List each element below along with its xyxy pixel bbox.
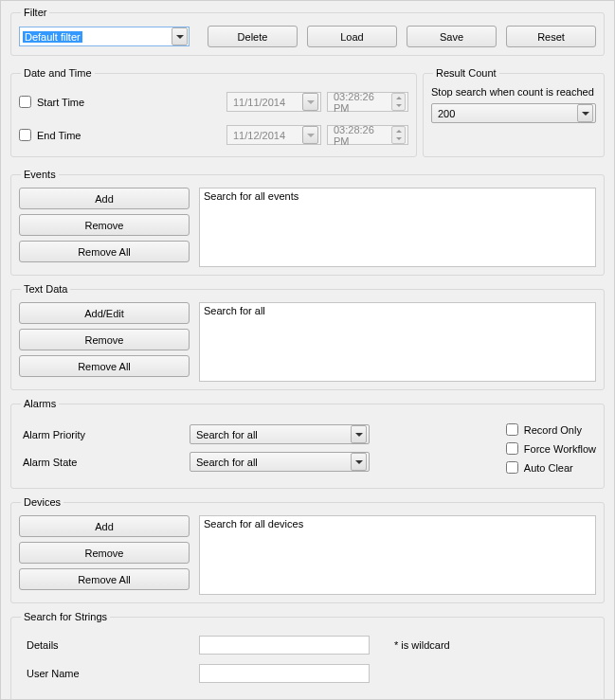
chevron-down-icon[interactable]	[577, 104, 593, 122]
alarms-legend: Alarms	[21, 398, 59, 409]
events-group: Events Add Remove Remove All Search for …	[10, 169, 605, 276]
filter-group: Filter Default filter Delete Load Save R…	[10, 7, 605, 56]
datetime-legend: Date and Time	[21, 67, 95, 79]
chevron-down-icon	[302, 93, 318, 111]
filter-dialog: Filter Default filter Delete Load Save R…	[0, 0, 615, 700]
spinner-icon	[391, 126, 406, 144]
delete-button[interactable]: Delete	[208, 26, 298, 47]
datetime-group: Date and Time Start Time 11/11/2014 03:2…	[10, 67, 417, 157]
textdata-legend: Text Data	[21, 283, 70, 295]
result-count-legend: Result Count	[433, 67, 499, 79]
events-listbox[interactable]: Search for all events	[199, 188, 596, 267]
events-legend: Events	[21, 169, 59, 180]
chevron-down-icon[interactable]	[351, 453, 367, 471]
auto-clear-checkbox[interactable]	[506, 461, 518, 474]
details-input[interactable]	[199, 636, 370, 655]
username-input[interactable]	[199, 664, 370, 683]
reset-button[interactable]: Reset	[506, 26, 596, 47]
list-item: Search for all events	[204, 190, 298, 202]
devices-remove-button[interactable]: Remove	[19, 542, 190, 564]
list-item: Search for all devices	[204, 518, 303, 529]
alarm-state-label: Alarm State	[19, 457, 190, 468]
textdata-remove-button[interactable]: Remove	[19, 329, 190, 350]
save-button[interactable]: Save	[407, 26, 497, 47]
username-label: User Name	[19, 668, 199, 679]
chevron-down-icon[interactable]	[172, 27, 188, 45]
alarm-priority-label: Alarm Priority	[19, 429, 190, 440]
end-time-checkbox[interactable]	[19, 129, 31, 141]
end-date-picker[interactable]: 11/12/2014	[226, 125, 321, 145]
textdata-listbox[interactable]: Search for all	[199, 302, 596, 382]
force-workflow-checkbox[interactable]	[506, 442, 518, 455]
end-time-label: End Time	[37, 130, 81, 141]
result-count-text: Stop search when count is reached	[431, 86, 596, 98]
end-time-check-row: End Time	[19, 129, 226, 141]
details-label: Details	[19, 639, 199, 651]
filter-select[interactable]: Default filter	[19, 27, 190, 46]
events-remove-button[interactable]: Remove	[19, 214, 190, 236]
events-add-button[interactable]: Add	[19, 188, 190, 209]
list-item: Search for all	[204, 305, 265, 316]
alarm-state-select[interactable]: Search for all	[190, 452, 370, 472]
filter-selected: Default filter	[23, 31, 82, 43]
start-time-picker[interactable]: 03:28:26 PM	[327, 92, 408, 112]
auto-clear-row: Auto Clear	[506, 461, 596, 474]
end-time-picker[interactable]: 03:28:26 PM	[327, 125, 408, 145]
devices-add-button[interactable]: Add	[19, 515, 190, 537]
devices-listbox[interactable]: Search for all devices	[199, 515, 596, 595]
strings-legend: Search for Strings	[21, 611, 110, 622]
record-only-checkbox[interactable]	[506, 423, 518, 436]
alarm-priority-select[interactable]: Search for all	[190, 424, 370, 444]
textdata-remove-all-button[interactable]: Remove All	[19, 355, 190, 377]
alarms-group: Alarms Alarm Priority Search for all Ala…	[10, 398, 605, 489]
filter-legend: Filter	[21, 7, 49, 18]
textdata-addedit-button[interactable]: Add/Edit	[19, 302, 190, 324]
devices-remove-all-button[interactable]: Remove All	[19, 568, 190, 590]
devices-legend: Devices	[21, 496, 63, 508]
record-only-row: Record Only	[506, 423, 596, 436]
strings-group: Search for Strings Details * is wildcard…	[10, 611, 605, 700]
result-count-select[interactable]: 200	[431, 103, 596, 123]
chevron-down-icon	[302, 126, 318, 144]
spinner-icon	[391, 93, 406, 111]
start-date-picker[interactable]: 11/11/2014	[226, 92, 321, 112]
load-button[interactable]: Load	[307, 26, 397, 47]
start-time-checkbox[interactable]	[19, 96, 31, 108]
start-time-check-row: Start Time	[19, 96, 226, 108]
start-time-label: Start Time	[37, 97, 84, 108]
force-workflow-row: Force Workflow	[506, 442, 596, 455]
events-remove-all-button[interactable]: Remove All	[19, 241, 190, 262]
wildcard-note: * is wildcard	[394, 639, 450, 651]
devices-group: Devices Add Remove Remove All Search for…	[10, 496, 605, 603]
result-count-group: Result Count Stop search when count is r…	[423, 67, 605, 157]
chevron-down-icon[interactable]	[351, 425, 367, 443]
textdata-group: Text Data Add/Edit Remove Remove All Sea…	[10, 283, 605, 390]
